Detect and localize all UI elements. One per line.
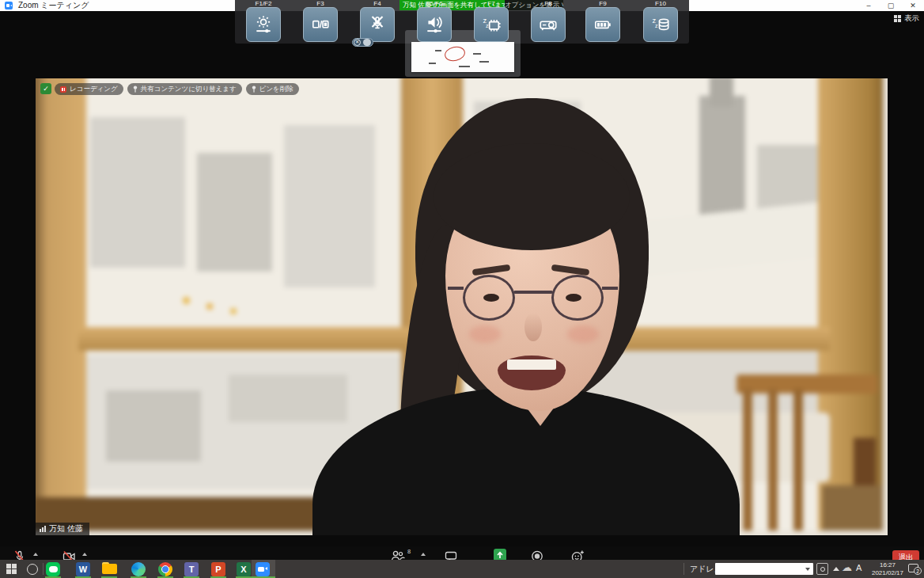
thumbnail-red-sketch <box>443 44 466 63</box>
windows-taskbar: W T P X <box>0 560 924 578</box>
taskbar-app-explorer[interactable] <box>101 562 117 576</box>
person-teeth <box>507 359 556 370</box>
signal-bars-icon <box>40 526 46 532</box>
taskbar-app-teams[interactable]: T <box>184 562 199 576</box>
teams-icon: T <box>184 562 199 576</box>
taskbar-app-word[interactable]: W <box>75 562 91 576</box>
display-toggle-key <box>303 7 338 42</box>
svg-text:z: z <box>486 23 489 29</box>
remove-pin-button[interactable]: ピンを削除 <box>246 83 299 95</box>
taskbar-clock[interactable]: 16:27 2021/02/17 <box>865 561 910 578</box>
taskbar-divider <box>43 563 44 575</box>
zoom-client-area: 表示 <box>0 11 924 560</box>
mic-mute-toggle: ✕ <box>352 38 373 47</box>
minimize-button[interactable]: – <box>858 0 880 11</box>
line-icon <box>46 562 60 576</box>
participant-name: 万知 佐藤 <box>49 523 83 534</box>
participants-count: 8 <box>407 548 411 555</box>
mic-mute-key <box>360 7 395 42</box>
switch-shared-content-label: 共有コンテンツに切り替えます <box>141 85 237 94</box>
recording-badge: レコーディング <box>55 83 123 95</box>
pin-icon <box>133 86 138 93</box>
mic-mute-icon <box>367 14 388 35</box>
toggle-x-icon: ✕ <box>354 39 361 46</box>
clock-time: 16:27 <box>865 561 910 570</box>
fn-label-f1f2: F1/F2 <box>240 0 287 7</box>
brightness-key <box>246 7 281 42</box>
projector-icon <box>538 14 559 35</box>
switch-shared-content-button[interactable]: 共有コンテンツに切り替えます <box>127 83 242 95</box>
cpu-sleep-icon: z z <box>480 13 502 36</box>
taskbar-app-chrome[interactable] <box>157 562 173 576</box>
security-shield-icon[interactable]: ✓ <box>40 83 51 94</box>
display-toggle-icon <box>310 14 331 35</box>
excel-icon: X <box>237 562 251 576</box>
window-title: Zoom ミーティング <box>18 0 89 11</box>
fn-label-f4: F4 <box>354 0 401 7</box>
recording-label: レコーディング <box>70 85 118 94</box>
powerpoint-icon: P <box>211 562 225 576</box>
taskbar-app-excel[interactable]: X <box>236 562 252 576</box>
screen: Zoom ミーティング – ▢ ✕ 表示 <box>0 0 924 578</box>
address-dropdown-chevron-icon[interactable] <box>805 568 810 571</box>
fn-label-f8: F8 <box>524 0 572 7</box>
taskbar-app-edge[interactable] <box>131 562 146 576</box>
volume-icon <box>424 14 445 35</box>
cortana-icon[interactable] <box>27 564 38 575</box>
participant-name-tag: 万知 佐藤 <box>36 523 89 535</box>
notification-count-badge: 2 <box>914 567 922 575</box>
person-hair-front <box>434 143 630 250</box>
fn-label-f3: F3 <box>297 0 344 7</box>
recording-icon <box>60 86 66 93</box>
cpu-sleep-key: z z <box>474 7 509 42</box>
toggle-knob <box>363 39 371 46</box>
address-input[interactable] <box>715 563 813 575</box>
ime-mode-indicator[interactable]: A <box>856 563 862 572</box>
maximize-button[interactable]: ▢ <box>880 0 902 11</box>
zoom-app-icon <box>5 2 13 10</box>
address-go-button[interactable] <box>816 563 828 575</box>
taskbar-app-powerpoint[interactable]: P <box>210 562 226 576</box>
thumbnail-page <box>411 42 514 72</box>
fn-label-f7: F7 <box>468 0 515 7</box>
battery-key <box>585 7 620 42</box>
window-post-left <box>36 78 86 530</box>
view-grid-icon <box>894 15 901 22</box>
zoom-icon <box>256 562 270 576</box>
explorer-icon <box>102 564 117 574</box>
fn-label-f10: F10 <box>637 0 684 7</box>
clock-date: 2021/02/17 <box>865 569 910 578</box>
glasses-lens-left <box>463 275 515 321</box>
window-rail <box>78 327 411 351</box>
word-icon: W <box>76 562 90 576</box>
hidden-icons-chevron[interactable] <box>833 567 839 571</box>
view-button[interactable]: 表示 <box>894 13 919 24</box>
storage-sleep-key: z z <box>643 7 678 42</box>
brightness-icon <box>253 14 274 35</box>
main-video-tile: ✓ レコーディング 共有コンテンツに切り替えます ピンを削除 万知 佐藤 <box>36 78 888 535</box>
fn-label-f5f6: F5/F6 <box>411 0 458 7</box>
glasses-lens-right <box>551 275 604 321</box>
projector-key <box>531 7 566 42</box>
glasses-bridge <box>513 291 553 294</box>
pin-icon <box>252 86 256 93</box>
edge-icon <box>131 562 146 576</box>
remove-pin-label: ピンを削除 <box>259 85 293 94</box>
taskbar-divider <box>684 563 684 575</box>
volume-key <box>417 7 452 42</box>
video-options-chevron[interactable] <box>82 553 87 556</box>
close-button[interactable]: ✕ <box>902 0 924 11</box>
fn-osd-keys: F1/F2 F3 F4 F5/F6 F7 F8 F9 F10 <box>235 0 689 44</box>
onedrive-cloud-icon[interactable]: ☁ <box>842 561 852 573</box>
participants-chevron[interactable] <box>421 553 426 556</box>
fn-label-f9: F9 <box>579 0 627 7</box>
taskbar-app-line[interactable] <box>45 562 61 576</box>
chrome-icon <box>158 562 172 576</box>
battery-icon <box>593 14 613 35</box>
action-center-icon[interactable]: 2 <box>908 564 918 572</box>
view-button-label: 表示 <box>904 13 919 24</box>
mute-options-chevron[interactable] <box>33 553 38 556</box>
taskbar-app-zoom-active[interactable] <box>252 560 275 578</box>
svg-text:z: z <box>655 23 658 29</box>
person-nose <box>524 313 542 341</box>
